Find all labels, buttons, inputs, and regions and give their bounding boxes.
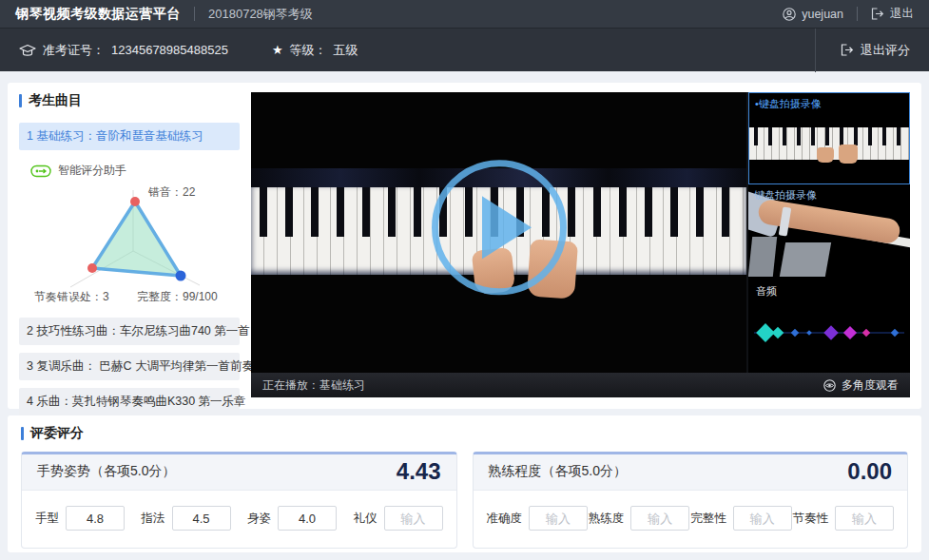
radar-dot-errors <box>130 197 140 206</box>
radar-chart: 错音：22 节奏错误处：3 完整度：99/100 <box>19 181 240 310</box>
proficiency-card-title: 熟练程度（各项5.0分） <box>489 463 627 480</box>
multi-angle-label: 多角度观看 <box>842 377 899 394</box>
completeness-input[interactable] <box>733 506 792 531</box>
rhythm-input[interactable] <box>835 506 894 531</box>
gesture-card-title: 手势姿势（各项5.0分） <box>37 463 175 480</box>
piece-item-2[interactable]: 2 技巧性练习曲：车尔尼练习曲740 第一首 <box>19 318 240 345</box>
scene-floor <box>780 242 831 277</box>
now-playing-label: 正在播放：基础练习 <box>262 377 365 394</box>
piece-item-3[interactable]: 3 复调乐曲： 巴赫C 大调平均律第一首前奏曲 <box>19 353 240 380</box>
judge-title-text: 评委评分 <box>30 425 84 442</box>
user-icon <box>783 8 796 21</box>
proficiency-score-card: 熟练程度（各项5.0分） 0.00 准确度 熟练度 完整性 节奏性 <box>473 452 909 549</box>
logout-button[interactable]: 退出 <box>871 6 914 22</box>
proficiency-card-score: 0.00 <box>847 458 892 485</box>
field-label: 指法 <box>142 511 165 527</box>
score-field-fingering: 指法 <box>142 506 231 531</box>
divider <box>857 7 858 21</box>
exam-info-bar: 准考证号： 12345678985488525 ★ 等级： 五级 退出评分 <box>0 28 929 71</box>
scene-floor <box>748 237 777 277</box>
score-field-completeness: 完整性 <box>690 506 792 531</box>
app-title: 钢琴视频考级数据运营平台 <box>15 6 181 23</box>
top-navbar: 钢琴视频考级数据运营平台 20180728钢琴考级 yuejuan 退出 <box>0 0 929 28</box>
judge-section-title: 评委评分 <box>21 425 908 442</box>
keyboard-camera-thumbnail-2[interactable]: 键盘拍摄录像 <box>748 184 910 277</box>
score-field-hand-shape: 手型 <box>35 506 125 531</box>
panel-title: 考生曲目 <box>19 92 240 109</box>
radar-polygon <box>92 202 181 276</box>
radar-label-completeness: 完整度：99/100 <box>137 290 218 303</box>
etiquette-input[interactable] <box>384 506 443 531</box>
gesture-card-score: 4.43 <box>397 458 441 485</box>
radar-label-rhythm: 节奏错误处：3 <box>34 290 109 303</box>
gesture-card-fields: 手型 指法 身姿 礼仪 <box>22 491 456 548</box>
audio-label: 音频 <box>756 284 777 299</box>
score-field-accuracy: 准确度 <box>487 506 589 531</box>
gesture-card-header: 手势姿势（各项5.0分） 4.43 <box>22 454 456 491</box>
divider <box>194 7 195 21</box>
radar-dot-completeness <box>176 271 186 281</box>
scene-arm <box>757 198 901 244</box>
field-label: 身姿 <box>247 511 271 527</box>
candidate-pieces-panel: 考生曲目 1 基础练习：音阶和琶音基础练习 智能评分助手 <box>19 92 240 397</box>
logout-label: 退出 <box>890 6 914 22</box>
user-menu[interactable]: yuejuan <box>783 8 843 21</box>
piece-item-4[interactable]: 4 乐曲：莫扎特钢琴奏鸣曲K330 第一乐章 <box>19 388 240 415</box>
field-label: 节奏性 <box>792 511 828 527</box>
smart-score-assistant: 智能评分助手 <box>30 163 240 179</box>
assistant-toggle-icon <box>30 164 51 178</box>
level-value: 五级 <box>334 42 358 59</box>
thumbnail-label: •键盘拍摄录像 <box>755 97 822 111</box>
level-group: ★ 等级： 五级 <box>272 42 358 59</box>
main-video[interactable] <box>251 92 746 373</box>
field-label: 完整性 <box>690 511 726 527</box>
exit-scoring-button[interactable]: 退出评分 <box>815 29 910 72</box>
multi-angle-button[interactable]: 多角度观看 <box>823 377 899 394</box>
session-name: 20180728钢琴考级 <box>208 6 313 23</box>
title-accent-bar <box>21 427 24 440</box>
score-field-etiquette: 礼仪 <box>354 506 443 531</box>
play-button[interactable] <box>432 160 567 295</box>
title-accent-bar <box>19 94 22 107</box>
thumbnail-label: 键盘拍摄录像 <box>754 188 817 203</box>
gesture-score-card: 手势姿势（各项5.0分） 4.43 手型 指法 身姿 礼仪 <box>21 452 457 549</box>
field-label: 礼仪 <box>354 511 377 527</box>
exam-main-card: 考生曲目 1 基础练习：音阶和琶音基础练习 智能评分助手 <box>8 83 921 409</box>
ticket-number-group: 准考证号： 12345678985488525 <box>19 42 228 59</box>
eye-icon <box>823 379 836 392</box>
username: yuejuan <box>802 8 843 21</box>
proficiency-card-fields: 准确度 熟练度 完整性 节奏性 <box>474 491 908 548</box>
judge-scoring-card: 评委评分 手势姿势（各项5.0分） 4.43 手型 指法 身姿 <box>8 415 921 552</box>
radar-dot-rhythm <box>87 263 97 273</box>
accuracy-input[interactable] <box>529 506 588 531</box>
mini-hand <box>817 147 834 163</box>
play-icon <box>482 196 532 259</box>
proficiency-card-header: 熟练程度（各项5.0分） 0.00 <box>474 454 908 491</box>
mini-black-keys <box>749 127 909 145</box>
logout-icon <box>841 44 854 56</box>
player-status-bar: 正在播放：基础练习 多角度观看 <box>251 373 910 397</box>
ticket-number: 12345678985488525 <box>111 43 228 57</box>
field-label: 手型 <box>35 511 59 527</box>
score-field-proficiency: 熟练度 <box>589 506 690 531</box>
keyboard-camera-thumbnail-1[interactable]: •键盘拍摄录像 <box>748 92 910 184</box>
field-label: 准确度 <box>487 511 523 527</box>
video-player: •键盘拍摄录像 键盘拍摄录像 音频 <box>251 92 910 397</box>
ticket-label: 准考证号： <box>43 42 105 59</box>
graduation-cap-icon <box>19 43 36 58</box>
fingering-input[interactable] <box>172 506 231 531</box>
mini-hand <box>839 145 858 164</box>
proficiency-input[interactable] <box>630 506 689 531</box>
audio-waveform <box>752 319 906 347</box>
piece-item-1[interactable]: 1 基础练习：音阶和琶音基础练习 <box>19 123 240 150</box>
posture-input[interactable] <box>278 506 337 531</box>
star-icon: ★ <box>272 43 283 57</box>
level-label: 等级： <box>290 42 327 59</box>
camera-angle-column: •键盘拍摄录像 键盘拍摄录像 音频 <box>746 92 910 373</box>
score-field-posture: 身姿 <box>247 506 337 531</box>
field-label: 熟练度 <box>589 511 625 527</box>
logout-icon <box>871 8 884 20</box>
assistant-label: 智能评分助手 <box>58 163 126 179</box>
hand-shape-input[interactable] <box>66 506 125 531</box>
audio-track-panel[interactable]: 音频 <box>748 277 910 373</box>
